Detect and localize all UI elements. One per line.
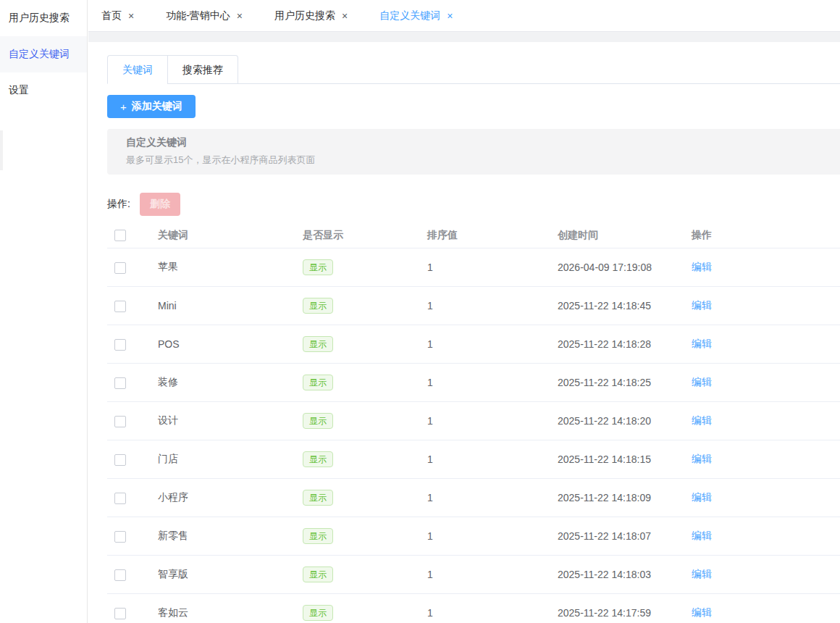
action-label: 操作: bbox=[107, 198, 130, 211]
batch-action-row: 操作: 删除 bbox=[107, 193, 840, 216]
topbar-tab-label: 功能-营销中心 bbox=[166, 9, 230, 22]
visible-badge: 显示 bbox=[303, 413, 333, 429]
topbar-tabs: 首页×功能-营销中心×用户历史搜索×自定义关键词× bbox=[88, 0, 840, 32]
row-checkbox[interactable] bbox=[114, 262, 126, 274]
content-tab-0[interactable]: 关键词 bbox=[107, 55, 167, 84]
visible-cell: 显示 bbox=[295, 413, 420, 429]
visible-badge: 显示 bbox=[303, 490, 333, 506]
close-icon[interactable]: × bbox=[447, 11, 453, 21]
topbar-tab-2[interactable]: 用户历史搜索× bbox=[274, 9, 348, 22]
row-checkbox[interactable] bbox=[114, 608, 126, 619]
action-cell: 编辑 bbox=[684, 530, 840, 543]
action-cell: 编辑 bbox=[684, 606, 840, 619]
plus-icon: + bbox=[120, 101, 127, 113]
keyword-cell: 装修 bbox=[151, 376, 295, 389]
visible-cell: 显示 bbox=[295, 490, 420, 506]
edit-link[interactable]: 编辑 bbox=[692, 376, 712, 388]
visible-cell: 显示 bbox=[295, 298, 420, 314]
keywords-table: 关键词是否显示排序值创建时间操作 苹果显示12026-04-09 17:19:0… bbox=[107, 222, 840, 623]
visible-badge: 显示 bbox=[303, 566, 333, 582]
row-checkbox[interactable] bbox=[114, 301, 126, 312]
topbar-tab-label: 自定义关键词 bbox=[379, 9, 440, 22]
edit-link[interactable]: 编辑 bbox=[692, 491, 712, 503]
edit-link[interactable]: 编辑 bbox=[692, 606, 712, 618]
row-checkbox[interactable] bbox=[114, 569, 126, 581]
select-all-checkbox[interactable] bbox=[114, 230, 126, 241]
created-cell: 2025-11-22 14:18:03 bbox=[550, 569, 684, 580]
row-checkbox-cell bbox=[107, 568, 151, 580]
row-checkbox[interactable] bbox=[114, 493, 126, 504]
add-keyword-label: 添加关键词 bbox=[132, 100, 182, 113]
edit-link[interactable]: 编辑 bbox=[692, 414, 712, 426]
close-icon[interactable]: × bbox=[128, 11, 134, 21]
delete-button[interactable]: 删除 bbox=[140, 193, 180, 216]
created-cell: 2025-11-22 14:18:25 bbox=[550, 377, 684, 388]
column-header-3: 排序值 bbox=[420, 229, 550, 242]
sidebar-item-label: 自定义关键词 bbox=[9, 48, 70, 61]
visible-cell: 显示 bbox=[295, 259, 420, 275]
row-checkbox-cell bbox=[107, 299, 151, 312]
visible-badge: 显示 bbox=[303, 336, 333, 352]
visible-cell: 显示 bbox=[295, 566, 420, 582]
notice-box: 自定义关键词 最多可显示15个，显示在小程序商品列表页面 bbox=[107, 129, 840, 175]
close-icon[interactable]: × bbox=[342, 11, 348, 21]
keyword-cell: 设计 bbox=[151, 414, 295, 427]
topbar-tab-label: 用户历史搜索 bbox=[274, 9, 335, 22]
content-card: 关键词搜索推荐 + 添加关键词 自定义关键词 最多可显示15个，显示在小程序商品… bbox=[88, 42, 840, 623]
table-row: Mini显示12025-11-22 14:18:45编辑 bbox=[107, 287, 840, 325]
add-keyword-button[interactable]: + 添加关键词 bbox=[107, 95, 196, 118]
row-checkbox-cell bbox=[107, 530, 151, 542]
keyword-cell: 门店 bbox=[151, 453, 295, 466]
sidebar-item-0[interactable]: 用户历史搜索 bbox=[0, 0, 87, 36]
row-checkbox-cell bbox=[107, 376, 151, 388]
sort-cell: 1 bbox=[420, 300, 550, 312]
row-checkbox[interactable] bbox=[114, 454, 126, 466]
visible-cell: 显示 bbox=[295, 375, 420, 390]
topbar-tab-0[interactable]: 首页× bbox=[101, 9, 134, 22]
table-row: 智享版显示12025-11-22 14:18:03编辑 bbox=[107, 556, 840, 594]
sidebar-item-1[interactable]: 自定义关键词 bbox=[0, 36, 87, 72]
row-checkbox[interactable] bbox=[114, 377, 126, 389]
notice-description: 最多可显示15个，显示在小程序商品列表页面 bbox=[126, 154, 840, 167]
table-row: POS显示12025-11-22 14:18:28编辑 bbox=[107, 325, 840, 364]
action-cell: 编辑 bbox=[684, 338, 840, 351]
sort-cell: 1 bbox=[420, 453, 550, 465]
row-checkbox-cell bbox=[107, 338, 151, 350]
table-row: 装修显示12025-11-22 14:18:25编辑 bbox=[107, 364, 840, 402]
keyword-cell: 智享版 bbox=[151, 568, 295, 581]
visible-badge: 显示 bbox=[303, 375, 333, 390]
content-gap bbox=[88, 32, 840, 42]
sort-cell: 1 bbox=[420, 569, 550, 580]
sort-cell: 1 bbox=[420, 530, 550, 542]
edit-link[interactable]: 编辑 bbox=[692, 568, 712, 580]
topbar-tab-3[interactable]: 自定义关键词× bbox=[379, 9, 453, 22]
edit-link[interactable]: 编辑 bbox=[692, 530, 712, 541]
table-row: 新零售显示12025-11-22 14:18:07编辑 bbox=[107, 517, 840, 556]
content-tab-1[interactable]: 搜索推荐 bbox=[167, 55, 238, 84]
topbar-tab-1[interactable]: 功能-营销中心× bbox=[166, 9, 243, 22]
action-cell: 编辑 bbox=[684, 376, 840, 389]
main-area: 首页×功能-营销中心×用户历史搜索×自定义关键词× 关键词搜索推荐 + 添加关键… bbox=[88, 0, 840, 623]
edit-link[interactable]: 编辑 bbox=[692, 261, 712, 272]
sort-cell: 1 bbox=[420, 338, 550, 350]
row-checkbox[interactable] bbox=[114, 416, 126, 427]
edit-link[interactable]: 编辑 bbox=[692, 338, 712, 349]
visible-badge: 显示 bbox=[303, 259, 333, 275]
edit-link[interactable]: 编辑 bbox=[692, 299, 712, 311]
header-checkbox-cell bbox=[107, 229, 151, 241]
row-checkbox[interactable] bbox=[114, 339, 126, 351]
row-checkbox-cell bbox=[107, 261, 151, 273]
sidebar-item-label: 用户历史搜索 bbox=[9, 12, 70, 25]
table-row: 设计显示12025-11-22 14:18:20编辑 bbox=[107, 402, 840, 440]
sort-cell: 1 bbox=[420, 492, 550, 503]
sidebar-item-2[interactable]: 设置 bbox=[0, 72, 87, 109]
row-checkbox-cell bbox=[107, 414, 151, 427]
action-cell: 编辑 bbox=[684, 453, 840, 466]
sidebar-scrollbar bbox=[0, 130, 3, 170]
row-checkbox[interactable] bbox=[114, 531, 126, 543]
visible-badge: 显示 bbox=[303, 605, 333, 621]
created-cell: 2025-11-22 14:18:45 bbox=[550, 300, 684, 312]
sort-cell: 1 bbox=[420, 262, 550, 273]
edit-link[interactable]: 编辑 bbox=[692, 453, 712, 464]
close-icon[interactable]: × bbox=[237, 11, 243, 21]
